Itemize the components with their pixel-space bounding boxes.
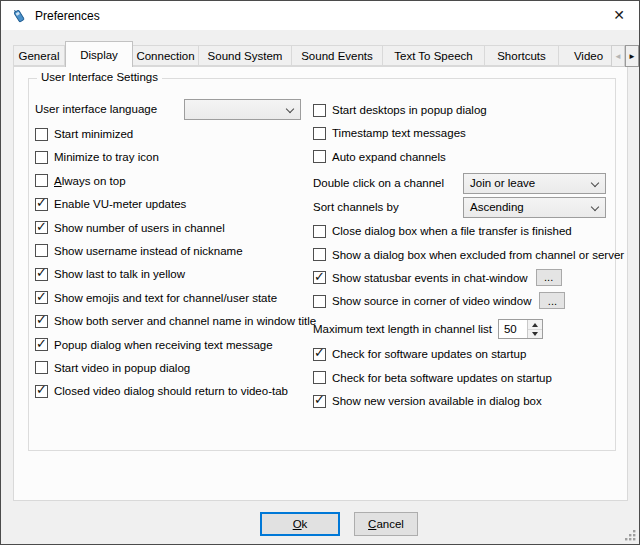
checkbox-row[interactable]: Check for beta software updates on start…	[313, 371, 615, 385]
checkbox[interactable]	[313, 150, 326, 163]
checkbox-row[interactable]: Close dialog box when a file transfer is…	[313, 224, 615, 238]
checkbox-label: Close dialog box when a file transfer is…	[332, 225, 572, 237]
checkbox[interactable]	[35, 174, 48, 187]
tab[interactable]: General	[13, 45, 65, 66]
tab[interactable]: Display	[65, 41, 133, 67]
checkbox-row[interactable]: Show new version available in dialog box	[313, 394, 615, 408]
checkbox-row[interactable]: Closed video dialog should return to vid…	[35, 384, 307, 398]
checkbox[interactable]	[35, 268, 48, 281]
checkbox[interactable]	[35, 198, 48, 211]
language-row: User interface language	[35, 99, 307, 120]
app-icon	[11, 8, 27, 24]
chevron-down-icon	[286, 105, 294, 113]
chevron-down-icon	[591, 203, 599, 211]
tab[interactable]: Sound Events	[292, 45, 383, 66]
checkbox-row[interactable]: Start video in popup dialog	[35, 361, 307, 375]
double-click-combobox[interactable]: Join or leave	[463, 173, 606, 194]
tab-bar: General Display Connection Sound System …	[13, 40, 613, 67]
checkbox[interactable]	[313, 127, 326, 140]
checkbox-row[interactable]: Show emojis and text for channel/user st…	[35, 291, 307, 305]
checkbox[interactable]	[35, 244, 48, 257]
sort-channels-combobox[interactable]: Ascending	[463, 197, 606, 218]
checkbox-row[interactable]: Show last to talk in yellow	[35, 267, 307, 281]
checkbox-row[interactable]: Show a dialog box when excluded from cha…	[313, 248, 615, 262]
tab[interactable]: Connection	[133, 45, 199, 66]
checkbox[interactable]	[313, 371, 326, 384]
ellipsis-button[interactable]: ...	[539, 292, 565, 309]
tab-label: Connection	[136, 50, 194, 62]
tab-label: Sound Events	[301, 50, 373, 62]
user-interface-settings-group: User Interface Settings User interface l…	[28, 78, 616, 451]
spinner-buttons	[527, 320, 542, 338]
checkbox-row[interactable]: Show source in corner of video window ..…	[313, 294, 615, 308]
cancel-button[interactable]: Cancel	[354, 512, 418, 536]
checkbox[interactable]	[35, 291, 48, 304]
checkbox-label: Check for software updates on startup	[332, 348, 526, 360]
checkbox-row[interactable]: Start minimized	[35, 127, 307, 141]
checkbox-label: Show number of users in channel	[54, 222, 225, 234]
checkbox[interactable]	[35, 151, 48, 164]
ok-button[interactable]: Ok	[260, 512, 340, 536]
checkbox-row[interactable]: Popup dialog when receiving text message	[35, 338, 307, 352]
checkbox[interactable]	[313, 248, 326, 261]
checkbox-label: Start minimized	[54, 128, 133, 140]
checkbox[interactable]	[35, 385, 48, 398]
checkbox[interactable]	[313, 295, 326, 308]
checkbox-row[interactable]: Always on top	[35, 174, 307, 188]
checkbox-row[interactable]: Check for software updates on startup	[313, 347, 615, 361]
checkbox-label: Show new version available in dialog box	[332, 395, 542, 407]
right-column: Start desktops in popup dialog Timestamp…	[313, 103, 615, 418]
checkbox-label: Enable VU-meter updates	[54, 198, 186, 210]
language-combobox[interactable]	[184, 99, 301, 120]
sort-channels-row: Sort channels by Ascending	[313, 197, 615, 218]
right-checkbox-list-top: Start desktops in popup dialog Timestamp…	[313, 103, 615, 164]
spinner-up-icon[interactable]	[528, 320, 542, 330]
checkbox[interactable]	[35, 128, 48, 141]
tab-scroll-left-icon[interactable]: ◄	[611, 45, 625, 67]
max-text-length-value: 50	[504, 323, 517, 335]
checkbox-row[interactable]: Auto expand channels	[313, 150, 615, 164]
double-click-row: Double click on a channel Join or leave	[313, 173, 615, 194]
max-text-length-row: Maximum text length in channel list 50	[313, 319, 615, 339]
checkbox-row[interactable]: Show statusbar events in chat-window ...	[313, 271, 615, 285]
checkbox-label: Auto expand channels	[332, 151, 446, 163]
checkbox[interactable]	[35, 361, 48, 374]
checkbox-row[interactable]: Start desktops in popup dialog	[313, 103, 615, 117]
group-title: User Interface Settings	[37, 71, 162, 83]
right-checkbox-list-bottom: Check for software updates on startup Ch…	[313, 347, 615, 408]
max-text-length-spinner[interactable]: 50	[498, 319, 543, 339]
checkbox[interactable]	[313, 271, 326, 284]
checkbox[interactable]	[35, 221, 48, 234]
tab[interactable]: Shortcuts	[485, 45, 559, 66]
sort-channels-label: Sort channels by	[313, 197, 463, 218]
tab[interactable]: Video	[559, 45, 613, 66]
close-icon[interactable]: ✕	[599, 1, 639, 29]
ellipsis-button[interactable]: ...	[536, 269, 562, 286]
checkbox-row[interactable]: Show number of users in channel	[35, 221, 307, 235]
chevron-down-icon	[591, 179, 599, 187]
checkbox-label: Always on top	[54, 175, 126, 187]
checkbox[interactable]	[313, 348, 326, 361]
checkbox-row[interactable]: Enable VU-meter updates	[35, 197, 307, 211]
checkbox-row[interactable]: Minimize to tray icon	[35, 150, 307, 164]
tab-label: Video	[574, 50, 603, 62]
checkbox-row[interactable]: Show both server and channel name in win…	[35, 314, 307, 328]
checkbox[interactable]	[313, 395, 326, 408]
checkbox[interactable]	[35, 338, 48, 351]
checkbox-row[interactable]: Timestamp text messages	[313, 126, 615, 140]
checkbox[interactable]	[35, 315, 48, 328]
resize-grip[interactable]	[625, 530, 636, 541]
checkbox[interactable]	[313, 225, 326, 238]
checkbox[interactable]	[313, 104, 326, 117]
checkbox-row[interactable]: Show username instead of nickname	[35, 244, 307, 258]
tab[interactable]: Text To Speech	[383, 45, 485, 66]
tab[interactable]: Sound System	[199, 45, 292, 66]
tab-scroll-right-icon[interactable]: ►	[625, 45, 639, 67]
language-label: User interface language	[35, 99, 184, 120]
checkbox-label: Show a dialog box when excluded from cha…	[332, 249, 624, 261]
title-bar[interactable]: Preferences ✕	[1, 1, 639, 30]
spinner-down-icon[interactable]	[528, 330, 542, 339]
left-checkbox-list: Start minimized Minimize to tray icon Al…	[35, 127, 307, 398]
tab-label: Shortcuts	[497, 50, 546, 62]
max-text-length-label: Maximum text length in channel list	[313, 319, 492, 339]
